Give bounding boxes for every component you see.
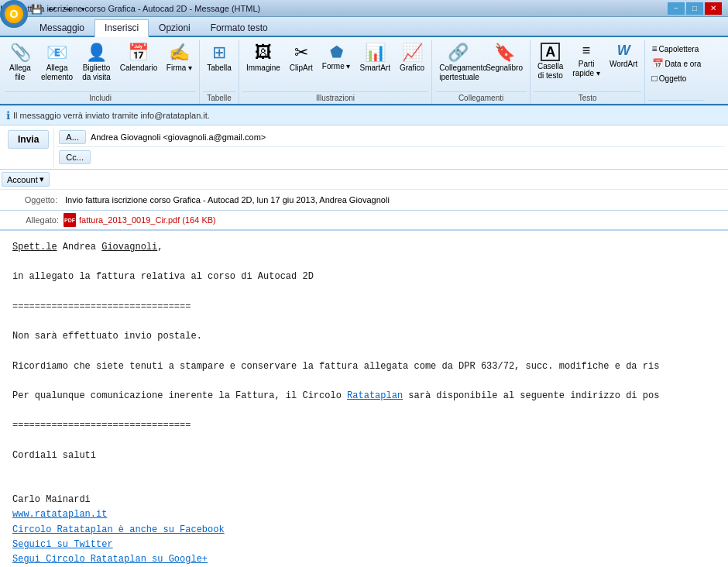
send-col: Invia xyxy=(3,127,54,167)
body-blank6 xyxy=(12,404,716,418)
shapes-icon: ⬟ xyxy=(330,43,343,61)
testo-items: A Caselladi testo ≡ Partirapide ▾ W Word… xyxy=(534,40,641,91)
titlebar: Invio fattura iscrizione corso Grafica -… xyxy=(0,0,728,17)
collegamenti-items: 🔗 Collegamentoipertestuale 🔖 Segnalibro xyxy=(435,40,527,91)
qa-dropdown-btn[interactable]: ▾ xyxy=(76,2,90,16)
allega-file-btn[interactable]: 📎 Allegafile xyxy=(5,40,36,84)
quick-access-toolbar: 💾 ↩ ↪ ▾ xyxy=(29,2,90,17)
body-line2: Non sarà effettuato invio postale. xyxy=(12,329,716,344)
ratataplan-link-inline[interactable]: Ratataplan xyxy=(347,390,403,401)
save-quick-btn[interactable]: 💾 xyxy=(29,2,43,16)
attachment-filename: fattura_2013_0019_Cir.pdf (164 KB) xyxy=(79,215,216,225)
clipart-btn[interactable]: ✂ ClipArt xyxy=(286,40,317,75)
office-button[interactable]: O xyxy=(0,0,28,28)
tabelle-label: Tabelle xyxy=(203,91,235,104)
attachment-row: Allegato: PDF fattura_2013_0019_Cir.pdf … xyxy=(0,211,728,231)
dropcap-icon: ≡ xyxy=(652,43,658,54)
undo-btn[interactable]: ↩ xyxy=(45,2,59,16)
email-body[interactable]: Spett.le Andrea Giovagnoli, in allegato … xyxy=(0,231,728,567)
textbox-icon: A xyxy=(541,43,560,61)
signature-icon: ✍ xyxy=(169,43,190,63)
body-blank4 xyxy=(12,344,716,359)
image-icon: 🖼 xyxy=(255,43,272,63)
separator1: ================================ xyxy=(12,300,716,314)
smartart-btn[interactable]: 📊 SmartArt xyxy=(355,40,393,75)
subject-field[interactable] xyxy=(62,194,728,206)
parti-rapide-btn[interactable]: ≡ Partirapide ▾ xyxy=(568,40,604,81)
facebook-link[interactable]: Circolo Ratataplan è anche su Facebook xyxy=(12,524,225,535)
chart-icon: 📈 xyxy=(402,43,423,63)
includi-label: Includi xyxy=(5,91,196,104)
ribbon-group-right: ≡ Capolettera 📅 Data e ora □ Oggetto xyxy=(645,40,707,104)
attachment-label: Allegato: xyxy=(6,215,64,225)
body-blank8 xyxy=(12,463,716,478)
oggetto-btn[interactable]: □ Oggetto xyxy=(650,71,704,85)
ribbon-group-tabelle: ⊞ Tabella Tabelle xyxy=(200,40,239,104)
to-field[interactable] xyxy=(88,131,725,143)
twitter-link[interactable]: Seguici su Twitter xyxy=(12,539,113,550)
wordart-btn[interactable]: W WordArt xyxy=(606,40,642,71)
immagine-btn[interactable]: 🖼 Immagine xyxy=(242,40,284,75)
data-ora-btn[interactable]: 📅 Data e ora xyxy=(650,57,704,70)
attach-item-icon: 📧 xyxy=(46,43,67,63)
table-icon: ⊞ xyxy=(212,43,226,63)
wordart-icon: W xyxy=(617,43,630,59)
attachment-file[interactable]: PDF fattura_2013_0019_Cir.pdf (164 KB) xyxy=(64,213,216,227)
right-label xyxy=(648,100,704,104)
body-blank2 xyxy=(12,285,716,300)
segnalibro-btn[interactable]: 🔖 Segnalibro xyxy=(482,40,527,75)
tab-opzioni[interactable]: Opzioni xyxy=(149,19,201,36)
collegamenti-label: Collegamenti xyxy=(435,91,527,104)
to-button[interactable]: A... xyxy=(59,130,86,144)
testo-label: Testo xyxy=(534,91,641,104)
recipients-col: A... Cc... xyxy=(57,127,725,167)
forme-btn[interactable]: ⬟ Forme ▾ xyxy=(318,40,355,74)
bookmark-icon: 🔖 xyxy=(494,43,515,63)
allega-elemento-btn[interactable]: 📧 Allegaelemento xyxy=(37,40,77,84)
casella-testo-btn[interactable]: A Caselladi testo xyxy=(534,40,567,83)
cc-button[interactable]: Cc... xyxy=(59,150,91,164)
account-button[interactable]: Account ▾ xyxy=(2,172,50,187)
tab-messaggio[interactable]: Messaggio xyxy=(29,19,94,36)
illustrazioni-items: 🖼 Immagine ✂ ClipArt ⬟ Forme ▾ 📊 SmartAr… xyxy=(242,40,428,91)
separator2: ================================ xyxy=(12,418,716,433)
close-btn[interactable]: ✕ xyxy=(705,2,722,15)
object-icon: □ xyxy=(652,73,658,84)
quick-parts-icon: ≡ xyxy=(582,43,591,59)
minimize-btn[interactable]: − xyxy=(668,2,685,15)
redo-btn[interactable]: ↪ xyxy=(60,2,74,16)
grafico-btn[interactable]: 📈 Grafico xyxy=(396,40,428,75)
info-bar-text: Il messaggio verrà inviato tramite info@… xyxy=(13,111,210,120)
body-line3: Ricordiamo che siete tenuti a stampare e… xyxy=(12,359,716,374)
attach-file-icon: 📎 xyxy=(10,43,31,63)
illustrazioni-label: Illustrazioni xyxy=(242,91,428,104)
greeting-line: Spett.le Andrea Giovagnoli, xyxy=(12,240,716,255)
send-button[interactable]: Invia xyxy=(8,130,49,149)
body-blank3 xyxy=(12,314,716,329)
body-line4: Per qualunque comunicazione inerente la … xyxy=(12,389,716,404)
tab-inserisci[interactable]: Inserisci xyxy=(94,19,149,37)
body-blank9 xyxy=(12,478,716,493)
maximize-btn[interactable]: □ xyxy=(686,2,703,15)
ribbon-group-includi: 📎 Allegafile 📧 Allegaelemento 👤 Bigliett… xyxy=(2,40,200,104)
biglietto-visita-btn[interactable]: 👤 Bigliettoda visita xyxy=(78,40,115,84)
smartart-icon: 📊 xyxy=(365,43,386,63)
header-fields: Invia A... Cc... Account ▾ Oggetto: xyxy=(0,125,728,211)
tab-formato[interactable]: Formato testo xyxy=(201,19,278,36)
office-logo: O xyxy=(5,5,23,23)
business-card-icon: 👤 xyxy=(86,43,107,63)
body-blank5 xyxy=(12,374,716,389)
tabella-btn[interactable]: ⊞ Tabella xyxy=(203,40,235,75)
website-link[interactable]: www.ratataplan.it xyxy=(12,509,107,520)
firma-btn[interactable]: ✍ Firma ▾ xyxy=(163,40,196,75)
right-col-items: ≡ Capolettera 📅 Data e ora □ Oggetto xyxy=(650,40,704,100)
capolettera-btn[interactable]: ≡ Capolettera xyxy=(650,42,704,56)
collegamento-btn[interactable]: 🔗 Collegamentoipertestuale xyxy=(435,40,480,84)
send-row: Invia A... Cc... xyxy=(0,125,728,170)
cc-field[interactable] xyxy=(92,151,725,163)
google-plus-link[interactable]: Segui Circolo Ratataplan su Google+ xyxy=(12,554,208,565)
body-line1: in allegato la fattura relativa al corso… xyxy=(12,270,716,284)
body-line5: Cordiali saluti xyxy=(12,448,716,463)
ribbon-group-illustrazioni: 🖼 Immagine ✂ ClipArt ⬟ Forme ▾ 📊 SmartAr… xyxy=(239,40,432,104)
calendario-btn[interactable]: 📅 Calendario xyxy=(116,40,161,75)
